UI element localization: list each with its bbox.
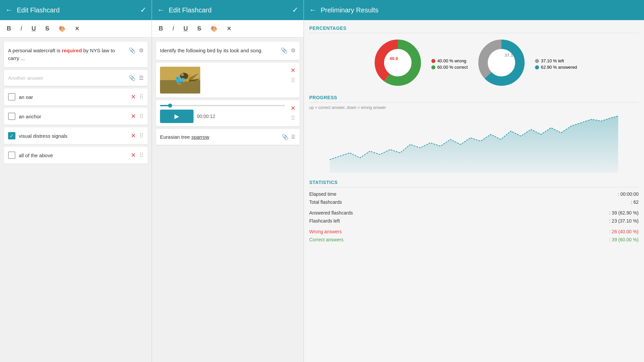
audio-slider[interactable] (160, 105, 285, 106)
wrong-label: 40.00 % wrong (437, 58, 467, 63)
stat-divider-1 (309, 206, 639, 209)
option-text-4: all of the above (19, 153, 127, 158)
panel-edit-flashcard-1: Edit Flashcard B I U S A personal waterc… (0, 0, 152, 362)
clear-button-1[interactable] (73, 24, 80, 34)
drag-icon-2[interactable]: ⠿ (139, 113, 144, 120)
results-content: PERCENTAGES 40.0 60.0 (304, 20, 644, 362)
italic-button-2[interactable]: I (171, 24, 175, 34)
svg-text:37.1: 37.1 (504, 53, 513, 58)
stat-wrong: Wrong answers : 26 (40.00 %) (309, 228, 639, 236)
svg-point-6 (181, 81, 193, 87)
confirm-button-1[interactable] (140, 6, 146, 14)
delete-icon-4[interactable]: ✕ (131, 152, 136, 159)
header-title-3: Preliminary Results (321, 6, 639, 14)
add-row-answer-icon[interactable]: ☰ (291, 134, 296, 139)
stats-table: Elapsed time : 00:00:00 Total flashcards… (309, 190, 639, 244)
drag-icon-4[interactable]: ⠿ (139, 152, 144, 159)
header-title-2: Edit Flashcard (169, 6, 292, 14)
question-text-normal: A personal watercraft is (8, 48, 62, 53)
answered-dot (535, 65, 539, 69)
correct-label: 60.00 % correct (437, 65, 468, 70)
answer-placeholder-1: Another answer (8, 75, 43, 81)
strikethrough-button-2[interactable]: S (196, 24, 203, 34)
checkbox-3[interactable] (8, 132, 15, 139)
answer-text-card: Eurasian tree sparrow ☰ (156, 129, 300, 145)
stat-total-flashcards: Total flashcards : 62 (309, 198, 639, 206)
back-button-2[interactable] (157, 6, 165, 14)
svg-text:40.0: 40.0 (389, 56, 398, 61)
add-row-icon-1[interactable]: ☰ (139, 75, 144, 81)
attach-icon-q2[interactable] (281, 47, 287, 54)
attach-icon-a1[interactable] (129, 75, 136, 81)
back-button-1[interactable] (5, 6, 13, 14)
option-text-3: visual distress signals (19, 133, 127, 139)
panel-edit-flashcard-2: Edit Flashcard B I U S Identify the foll… (152, 0, 304, 362)
delete-icon-3[interactable]: ✕ (131, 132, 136, 139)
statistics-title: STATISTICS (309, 180, 639, 187)
header-2: Edit Flashcard (152, 0, 304, 20)
gear-icon-q1[interactable] (139, 47, 144, 54)
strikethrough-button-1[interactable]: S (44, 24, 51, 34)
delete-icon-1[interactable]: ✕ (131, 93, 136, 101)
toolbar-1: B I U S (0, 20, 152, 38)
correct-dot (431, 65, 435, 69)
option-row-2: an anchor ✕ ⠿ (4, 108, 148, 125)
legend-left: 37.10 % left (535, 58, 577, 63)
chart-left-answered: 37.1 62.9 (475, 36, 528, 89)
stat-label-elapsed: Elapsed time (309, 191, 618, 197)
image-row: ✕ ⠿ (160, 67, 296, 94)
audio-time: 00:00:12 (197, 114, 215, 119)
left-label: 37.10 % left (541, 58, 564, 63)
legend-answered: 62.90 % answered (535, 65, 577, 70)
back-button-3[interactable] (309, 6, 317, 14)
bold-button-1[interactable]: B (5, 24, 12, 34)
stat-answered: Answered flashcards : 39 (62.90 %) (309, 209, 639, 217)
charts-row: 40.0 60.0 40.00 % wrong 60.00 % correct (309, 36, 639, 89)
drag-image-icon[interactable]: ⠿ (291, 77, 295, 84)
svg-point-4 (181, 74, 183, 76)
bird-svg (160, 67, 200, 94)
option-text-2: an anchor (19, 114, 127, 119)
audio-control: ▶ 00:00:12 ✕ ⠿ (156, 100, 300, 126)
statistics-section: STATISTICS Elapsed time : 00:00:00 Total… (309, 180, 639, 244)
delete-image-icon[interactable]: ✕ (290, 67, 296, 74)
legend-correct: 60.00 % correct (431, 65, 468, 70)
checkbox-1[interactable] (8, 93, 15, 101)
underline-button-1[interactable]: U (30, 24, 37, 34)
header-1: Edit Flashcard (0, 0, 152, 20)
header-title-1: Edit Flashcard (17, 6, 140, 14)
attach-answer-icon[interactable] (282, 134, 288, 140)
palette-button-2[interactable] (209, 24, 219, 34)
question-text-1: A personal watercraft is required by NYS… (8, 47, 126, 62)
checkbox-2[interactable] (8, 113, 15, 120)
option-row-3: visual distress signals ✕ ⠿ (4, 127, 148, 144)
checkbox-4[interactable] (8, 152, 15, 159)
underline-button-2[interactable]: U (182, 24, 189, 34)
play-button[interactable]: ▶ (160, 110, 194, 123)
donut-svg-2: 37.1 62.9 (475, 36, 528, 89)
confirm-button-2[interactable] (292, 6, 298, 14)
answer-input-1[interactable]: Another answer ☰ (4, 70, 148, 86)
bird-image (160, 67, 200, 94)
clear-button-2[interactable] (225, 24, 232, 34)
drag-icon-1[interactable]: ⠿ (139, 93, 144, 101)
palette-button-1[interactable] (57, 24, 67, 34)
chart-wrong-correct: 40.0 60.0 (371, 36, 425, 89)
gear-icon-q2[interactable] (291, 47, 296, 54)
option-text-1: an oar (19, 94, 127, 100)
bird-image-card: ✕ ⠿ (156, 63, 300, 98)
legend-wrong: 40.00 % wrong (431, 58, 468, 63)
drag-icon-3[interactable]: ⠿ (139, 132, 144, 139)
drag-audio-icon[interactable]: ⠿ (291, 115, 295, 122)
progress-chart-svg (309, 113, 639, 173)
bold-button-2[interactable]: B (157, 24, 164, 34)
italic-button-1[interactable]: I (19, 24, 23, 34)
attach-icon-q1[interactable] (129, 47, 136, 54)
percentages-section: PERCENTAGES 40.0 60.0 (309, 25, 639, 89)
question-card-1: A personal watercraft is required by NYS… (4, 42, 148, 67)
legend-left-answered: 37.10 % left 62.90 % answered (535, 58, 577, 70)
svg-text:62.9: 62.9 (494, 66, 503, 71)
stat-value-wrong: : 26 (40.00 %) (609, 229, 639, 234)
delete-audio-icon[interactable]: ✕ (290, 105, 296, 112)
delete-icon-2[interactable]: ✕ (131, 113, 136, 120)
